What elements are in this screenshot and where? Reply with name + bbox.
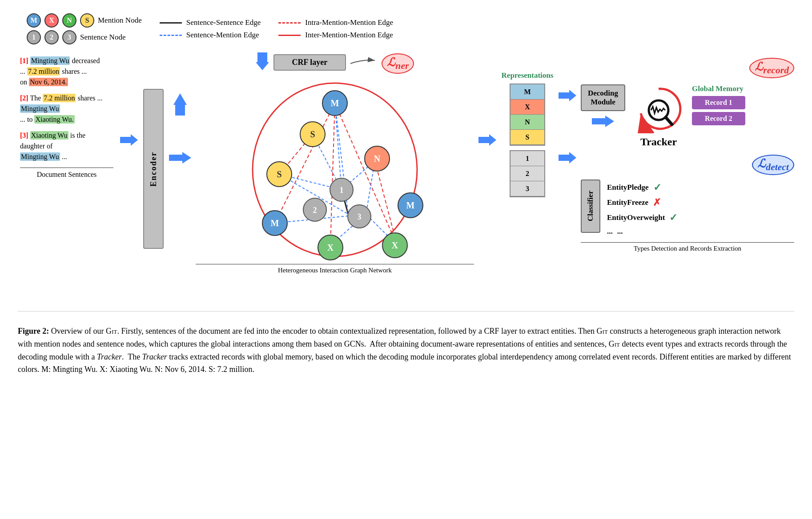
- caption-text-main: Overview of our Git. Firstly, sentences …: [18, 327, 791, 374]
- interaction-graph-svg: M S N S M 1 2 3 X: [246, 76, 424, 263]
- mention-xiaoting-2: Xiaoting Wu: [30, 131, 68, 140]
- mention-nov6: Nov 6, 2014.: [29, 78, 68, 86]
- classifier-box: Classifier: [581, 180, 600, 233]
- loss-detect-label: ℒdetect: [752, 155, 794, 175]
- repr-row-3: 3: [511, 181, 544, 196]
- svg-marker-1: [173, 93, 187, 116]
- svg-marker-0: [120, 134, 138, 146]
- svg-text:M: M: [406, 200, 415, 210]
- record-2-box: Record 2: [692, 112, 745, 125]
- node-N-icon: N: [62, 13, 76, 28]
- svg-line-51: [666, 117, 672, 124]
- repr-row-1: 1: [511, 151, 544, 166]
- repr-table-mentions: M X N S: [510, 84, 545, 146]
- sentence-node-label: Sentence Node: [80, 33, 125, 42]
- sentence-2: [2] The 7.2 million shares ... Mingting …: [20, 93, 113, 125]
- decoding-area: DecodingModule: [581, 84, 625, 128]
- loss-ner-label: ℒner: [382, 53, 414, 74]
- sent-2-text-b: shares ...: [77, 94, 102, 102]
- encoder-container: Encoder: [142, 67, 165, 271]
- svg-text:3: 3: [358, 212, 362, 221]
- svg-marker-3: [256, 52, 269, 70]
- main-diagram: [1] Mingting Wu decreased... 7.2 million…: [18, 53, 794, 302]
- repr-row-X: X: [511, 100, 544, 115]
- figure-caption: Figure 2: Overview of our Git. Firstly, …: [18, 325, 792, 376]
- l-detect-area: ℒdetect: [581, 155, 794, 175]
- sent-3-text-c: ...: [62, 153, 67, 160]
- classifier-row: Classifier EntityPledge ✓ EntityFreeze ✗…: [581, 180, 794, 236]
- decoding-module-box: DecodingModule: [581, 84, 625, 111]
- encoder-arrows: [169, 93, 191, 164]
- mention-xiaoting-1: Xiaoting Wu.: [34, 115, 74, 124]
- sent-2-text-a: The: [30, 94, 43, 102]
- arrow-decoding-to-tracker: [592, 115, 614, 128]
- svg-marker-45: [478, 134, 496, 146]
- entity-more-row: ... ...: [607, 227, 677, 236]
- svg-text:X: X: [327, 243, 334, 252]
- svg-text:M: M: [271, 218, 279, 228]
- tracker-icon-svg: [634, 84, 683, 133]
- node-2-icon: 2: [44, 30, 59, 44]
- arrow-down-from-crf: [256, 52, 269, 70]
- repr-arrows: [559, 89, 576, 167]
- repr-row-M: M: [511, 84, 544, 100]
- doc-sentences-label: Document Sentences: [20, 168, 113, 179]
- memory-records: Record 1 Record 2: [692, 96, 745, 125]
- entity-pledge-name: EntityPledge: [607, 183, 649, 192]
- mention-72million-2: 7.2 million: [43, 94, 76, 102]
- crf-layer-label: CRF layer: [273, 54, 346, 71]
- svg-marker-47: [559, 152, 576, 164]
- entity-overweight-row: EntityOverweight ✓: [607, 212, 677, 224]
- sentence-3: [3] Xiaoting Wu is thedaughter of Mingti…: [20, 130, 113, 162]
- sentence-mention-edge-label: Sentence-Mention Edge: [186, 31, 259, 40]
- sentence-sentence-edge-label: Sentence-Sentence Edge: [186, 18, 261, 27]
- inter-mention-line-icon: [278, 35, 301, 36]
- intra-mention-edge-label: Intra-Mention-Mention Edge: [305, 18, 393, 27]
- node-3-icon: 3: [62, 30, 76, 44]
- repr-row-N: N: [511, 115, 544, 130]
- arrow-to-classifier: [559, 151, 576, 164]
- arrow-up-to-crf: [173, 93, 187, 116]
- inter-mention-edge-label: Inter-Mention-Mention Edge: [305, 31, 393, 40]
- entity-pledge-row: EntityPledge ✓: [607, 182, 677, 193]
- node-1-icon: 1: [27, 30, 41, 44]
- sentence-1: [1] Mingting Wu decreased... 7.2 million…: [20, 56, 113, 88]
- svg-text:M: M: [331, 98, 339, 108]
- entity-list: EntityPledge ✓ EntityFreeze ✗ EntityOver…: [607, 180, 677, 236]
- sent-num-2: [2]: [20, 94, 28, 102]
- edge-legend-right: Intra-Mention-Mention Edge Inter-Mention…: [278, 18, 393, 40]
- svg-marker-46: [559, 90, 576, 101]
- entity-freeze-name: EntityFreeze: [607, 198, 648, 207]
- entity-overweight-name: EntityOverweight: [607, 213, 665, 222]
- svg-text:1: 1: [340, 186, 344, 195]
- arrow-to-tracker: [559, 89, 576, 102]
- figure-number: Figure 2:: [18, 327, 49, 335]
- global-memory-area: Global Memory Record 1 Record 2: [692, 84, 745, 125]
- tracker-text-label: Tracker: [640, 136, 677, 148]
- mention-node-label: Mention Node: [98, 16, 142, 25]
- node-M-icon: M: [27, 13, 41, 28]
- repr-table-sentences: 1 2 3: [510, 150, 545, 197]
- sent-num-1: [1]: [20, 57, 28, 64]
- svg-text:S: S: [277, 169, 281, 179]
- svg-text:2: 2: [313, 206, 317, 215]
- svg-text:S: S: [310, 129, 315, 139]
- sentence-mention-line-icon: [160, 35, 182, 36]
- svg-text:X: X: [392, 240, 398, 250]
- node-S-icon: S: [80, 13, 94, 28]
- svg-marker-48: [592, 116, 614, 127]
- node-X-icon: X: [44, 13, 59, 28]
- repr-row-2: 2: [511, 166, 544, 181]
- repr-title: Representations: [502, 71, 554, 80]
- mention-mingting-2: Mingting Wu: [20, 104, 60, 113]
- graph-label: Heterogeneous Interaction Graph Network: [196, 264, 474, 274]
- loss-record-label: ℒrecord: [749, 58, 794, 78]
- arrow-doc-to-encoder: [120, 133, 138, 147]
- record-1-box: Record 1: [692, 96, 745, 109]
- entity-pledge-check-icon: ✓: [653, 182, 661, 193]
- arrow-graph-to-repr: [478, 133, 496, 147]
- svg-text:N: N: [374, 154, 381, 164]
- entity-freeze-row: EntityFreeze ✗: [607, 197, 677, 208]
- types-detection-label: Types Detection and Records Extraction: [581, 242, 794, 252]
- sent-2-text-c: ... to: [20, 116, 34, 123]
